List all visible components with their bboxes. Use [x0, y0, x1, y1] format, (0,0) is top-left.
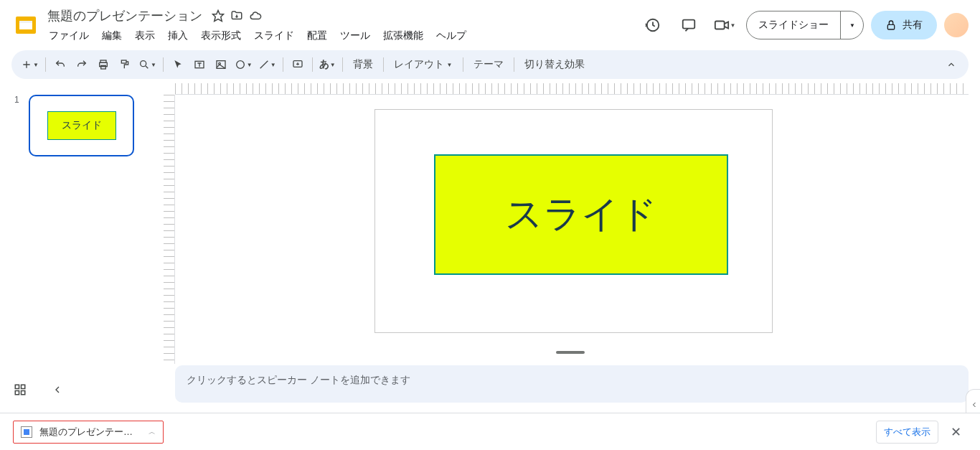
share-button[interactable]: 共有	[871, 11, 937, 39]
transition-button[interactable]: 切り替え効果	[519, 55, 590, 75]
svg-marker-3	[213, 10, 224, 21]
notes-resize-handle[interactable]	[556, 351, 585, 354]
undo-button[interactable]	[50, 55, 70, 75]
svg-rect-4	[683, 20, 695, 29]
toolbar: ▼ ▼ ▼ ▼ あ▼ 背景 レイアウト▼ テーマ 切り替え効果	[11, 50, 969, 79]
title-area: 無題のプレゼンテーション ファイル 編集 表示 挿入 表示形式 スライド 配置 …	[43, 6, 639, 45]
svg-rect-20	[22, 391, 25, 395]
menu-help[interactable]: ヘルプ	[430, 27, 472, 45]
move-folder-icon[interactable]	[230, 9, 244, 23]
share-label: 共有	[903, 19, 923, 32]
text-shape[interactable]: スライド	[434, 154, 728, 275]
menu-tools[interactable]: ツール	[334, 27, 376, 45]
chevron-up-icon[interactable]: ︿	[149, 427, 156, 437]
slideshow-button: スライドショー ▼	[746, 11, 864, 39]
account-avatar[interactable]	[944, 13, 969, 37]
close-download-bar[interactable]: ✕	[944, 421, 967, 444]
cloud-status-icon[interactable]	[248, 9, 263, 23]
comments-icon[interactable]	[674, 11, 703, 39]
menu-edit[interactable]: 編集	[96, 27, 128, 45]
textbox-tool[interactable]	[189, 55, 209, 75]
slideshow-dropdown[interactable]: ▼	[840, 11, 863, 39]
menu-insert[interactable]: 挿入	[162, 27, 194, 45]
filmstrip: 1 スライド	[0, 83, 161, 407]
shape-tool[interactable]: ▼	[232, 55, 255, 75]
grid-view-icon[interactable]	[11, 381, 29, 398]
vertical-ruler[interactable]	[164, 95, 175, 364]
slide-canvas[interactable]: スライド	[374, 109, 773, 333]
svg-rect-5	[715, 22, 724, 29]
download-filename: 無題のプレゼンテーシ....jpg	[39, 426, 141, 439]
show-all-downloads[interactable]: すべて表示	[876, 421, 938, 444]
new-slide-button[interactable]: ▼	[19, 55, 41, 75]
select-tool[interactable]	[168, 55, 188, 75]
svg-rect-19	[15, 391, 19, 395]
background-button[interactable]: 背景	[347, 55, 379, 75]
svg-point-15	[237, 61, 245, 69]
canvas-area: スライド クリックするとスピーカー ノートを追加できます	[161, 83, 980, 407]
speaker-notes[interactable]: クリックするとスピーカー ノートを追加できます	[175, 365, 969, 403]
download-item[interactable]: 無題のプレゼンテーシ....jpg ︿	[13, 421, 164, 444]
menu-file[interactable]: ファイル	[43, 27, 95, 45]
app-logo[interactable]	[11, 11, 40, 39]
svg-rect-6	[887, 24, 894, 29]
slide-thumbnail[interactable]: スライド	[29, 95, 134, 156]
thumb-shape: スライド	[47, 111, 116, 140]
menu-format[interactable]: 表示形式	[195, 27, 247, 45]
image-tool[interactable]	[211, 55, 231, 75]
main-area: 1 スライド スライド クリックするとスピーカー ノートを追加できます	[0, 83, 980, 407]
history-icon[interactable]	[639, 11, 667, 39]
file-type-icon	[21, 426, 32, 438]
theme-button[interactable]: テーマ	[468, 55, 509, 75]
collapse-toolbar-button[interactable]	[941, 55, 961, 75]
doc-title[interactable]: 無題のプレゼンテーション	[43, 6, 207, 26]
svg-rect-18	[22, 385, 25, 388]
header: 無題のプレゼンテーション ファイル 編集 表示 挿入 表示形式 スライド 配置 …	[0, 0, 980, 46]
star-icon[interactable]	[211, 9, 225, 23]
line-tool[interactable]: ▼	[256, 55, 278, 75]
svg-rect-10	[121, 60, 126, 63]
comment-tool[interactable]	[288, 55, 308, 75]
slide-number: 1	[14, 95, 19, 105]
shape-text: スライド	[505, 189, 657, 240]
zoom-button[interactable]: ▼	[136, 55, 159, 75]
input-tools-button[interactable]: あ▼	[317, 55, 338, 75]
menu-extensions[interactable]: 拡張機能	[377, 27, 429, 45]
layout-button[interactable]: レイアウト▼	[388, 55, 458, 75]
redo-button[interactable]	[72, 55, 92, 75]
paint-format-button[interactable]	[115, 55, 135, 75]
collapse-filmstrip-icon[interactable]	[49, 381, 66, 398]
slideshow-main[interactable]: スライドショー	[747, 11, 840, 39]
menu-view[interactable]: 表示	[129, 27, 161, 45]
download-bar: 無題のプレゼンテーシ....jpg ︿ すべて表示 ✕	[0, 413, 980, 450]
svg-rect-2	[19, 21, 32, 23]
meet-icon[interactable]: ▼	[710, 11, 739, 39]
menu-slide[interactable]: スライド	[248, 27, 300, 45]
svg-point-11	[141, 61, 146, 67]
print-button[interactable]	[93, 55, 113, 75]
header-actions: ▼ スライドショー ▼ 共有	[639, 11, 969, 39]
svg-rect-17	[15, 385, 19, 388]
horizontal-ruler[interactable]	[175, 83, 969, 95]
menu-bar: ファイル 編集 表示 挿入 表示形式 スライド 配置 ツール 拡張機能 ヘルプ	[43, 27, 639, 45]
menu-arrange[interactable]: 配置	[301, 27, 333, 45]
